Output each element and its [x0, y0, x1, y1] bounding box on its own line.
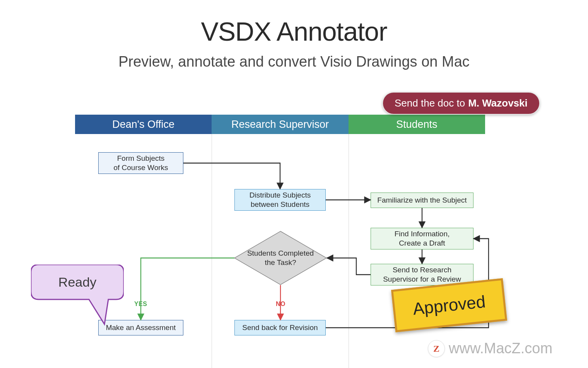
annotation-ready-speech-bubble: Ready — [31, 265, 124, 327]
annotation-send-doc-pill: Send the doc to M. Wazovski — [382, 92, 540, 115]
watermark-url-text: www.MacZ.com — [449, 340, 552, 357]
annotation-speech-text: Ready — [58, 275, 96, 290]
watermark-logo-letter: Z — [433, 344, 439, 354]
annotation-pill-text: Send the doc to — [395, 97, 465, 109]
annotation-sticky-text: Approved — [412, 292, 487, 318]
watermark-logo-icon: Z — [428, 340, 445, 357]
edge-label-yes: YES — [134, 301, 147, 308]
edge-label-no: NO — [276, 301, 285, 308]
annotation-pill-name: M. Wazovski — [468, 97, 528, 109]
